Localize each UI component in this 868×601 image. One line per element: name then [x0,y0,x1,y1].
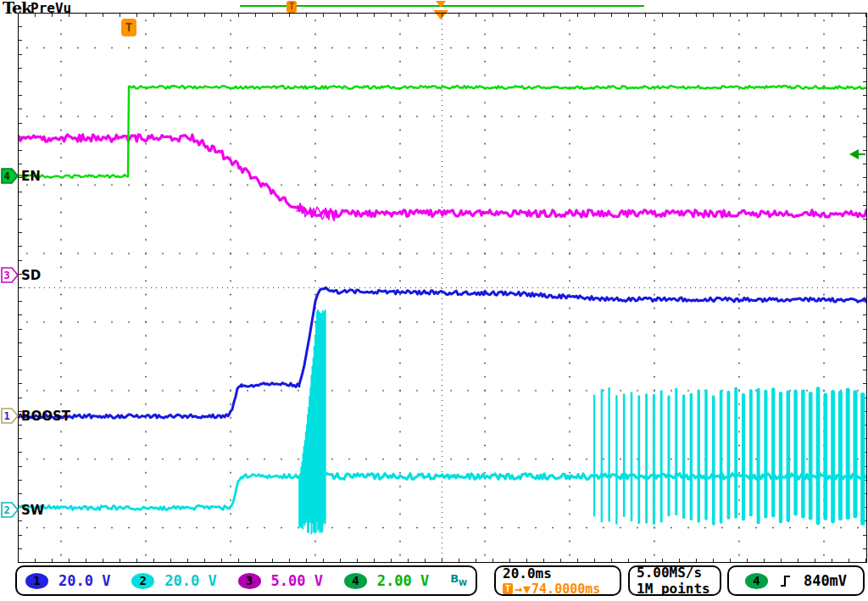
channel-1-badge: 1 [25,573,48,589]
waveform-boost [19,287,866,418]
channel-2-readout: 2 20.0 V [131,572,216,589]
channel-2-ground-marker: 2 [1,502,19,518]
record-length: 1M points [637,581,710,597]
waveform-en [19,86,866,178]
channel-4-scale: 2.00 V [377,572,429,589]
trigger-delay-value: 74.0000ms [531,582,600,597]
channel-3-readout: 3 5.00 V [238,572,323,589]
trace-label-sd: SD [21,268,41,283]
waveform-display [19,14,866,562]
channel-1-scale: 20.0 V [58,572,110,589]
svg-text:2: 2 [3,504,9,516]
trace-label-en: EN [21,169,41,184]
channel-3-scale: 5.00 V [271,572,323,589]
trigger-delay-t-icon: T [503,583,513,594]
sample-rate: 5.00MS/s [637,565,710,581]
trigger-point-badge: T [121,19,136,36]
acquisition-readout-box: 5.00MS/s 1M points [628,565,721,596]
channel-4-badge: 4 [344,573,367,589]
rising-edge-icon [780,574,792,588]
channel-1-ground-marker: 1 [1,408,19,424]
timebase-readout-box: 20.0ms T → ▼ 74.0000ms [494,565,621,596]
trigger-level: 840mV [804,572,847,589]
trigger-source-badge: 4 [745,573,768,589]
channel-2-badge: 2 [131,573,154,589]
svg-text:1: 1 [3,410,9,422]
timebase-scale: 20.0ms [503,565,600,582]
trigger-readout-box: 4 840mV [727,565,865,596]
graticule [18,13,867,563]
svg-text:4: 4 [3,170,9,182]
trace-label-sw: SW [21,503,44,518]
channel-2-scale: 20.0 V [164,572,216,589]
arrow-icon: → [515,582,522,597]
channel-3-ground-marker: 3 [1,267,19,283]
waveform-sd [19,135,866,221]
channel-scale-readout-box: 1 20.0 V 2 20.0 V 3 5.00 V 4 2.00 V BW [15,565,477,596]
channel-4-ground-marker: 4 [1,168,19,184]
record-trigger-position-icon [436,1,446,8]
oscilloscope-screen: Tek PreVu T T 4EN 3SD 1BOOST 2SW 1 20.0 … [0,0,868,601]
trigger-level-arrow-stub [858,153,865,155]
waveform-sw [19,310,866,534]
channel-1-readout: 1 20.0 V [25,572,110,589]
svg-text:3: 3 [3,270,9,281]
trace-label-boost: BOOST [21,409,70,424]
channel-4-readout: 4 2.00 V [344,572,429,589]
trigger-delay-readout: T → ▼ 74.0000ms [503,582,600,597]
triangle-icon: ▼ [523,582,531,597]
bandwidth-limit-icon: BW [450,574,467,588]
channel-3-badge: 3 [238,573,261,589]
record-trigger-marker-icon: T [287,1,297,13]
